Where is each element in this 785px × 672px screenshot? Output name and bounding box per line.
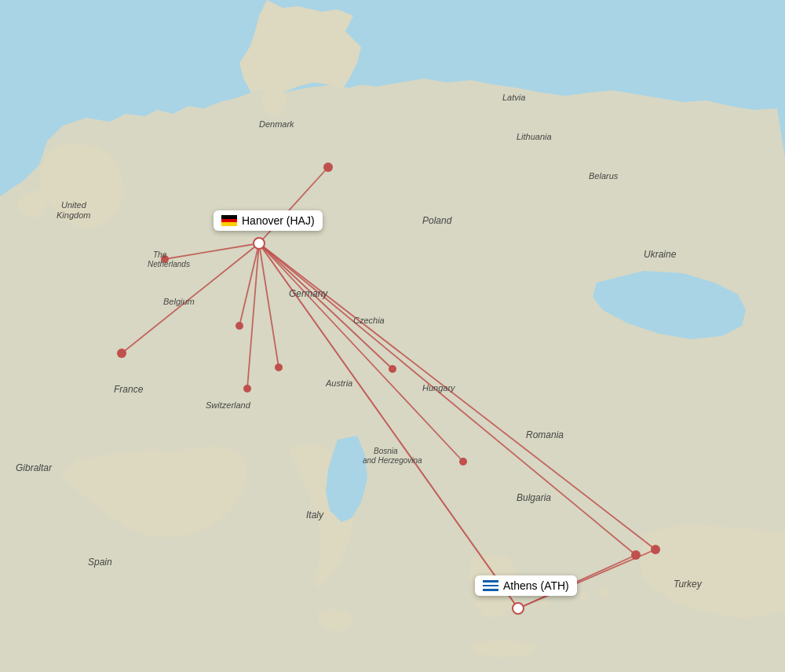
svg-text:France: France xyxy=(114,384,144,395)
svg-point-20 xyxy=(323,163,333,172)
svg-point-26 xyxy=(389,365,396,373)
svg-point-23 xyxy=(236,322,243,330)
svg-text:Austria: Austria xyxy=(325,378,352,388)
svg-point-18 xyxy=(254,238,265,249)
map-container: United Kingdom Denmark Latvia Lithuania … xyxy=(0,0,785,672)
svg-text:Kingdom: Kingdom xyxy=(57,210,90,220)
svg-text:The: The xyxy=(153,250,167,259)
svg-point-22 xyxy=(117,349,126,358)
svg-text:Belgium: Belgium xyxy=(163,297,195,306)
svg-text:Spain: Spain xyxy=(88,557,112,568)
svg-point-19 xyxy=(513,603,524,614)
svg-point-4 xyxy=(542,599,550,607)
svg-text:and Herzegovina: and Herzegovina xyxy=(363,456,422,465)
svg-text:Italy: Italy xyxy=(306,509,324,520)
svg-point-29 xyxy=(651,545,660,554)
svg-text:Netherlands: Netherlands xyxy=(148,260,190,268)
svg-text:Denmark: Denmark xyxy=(259,119,294,129)
svg-point-25 xyxy=(243,385,251,393)
svg-point-27 xyxy=(459,458,467,466)
svg-text:Turkey: Turkey xyxy=(674,579,703,590)
svg-text:Gibraltar: Gibraltar xyxy=(16,462,53,473)
svg-text:Belarus: Belarus xyxy=(589,171,619,181)
svg-text:Poland: Poland xyxy=(422,215,452,226)
svg-text:Bosnia: Bosnia xyxy=(374,447,398,455)
svg-text:Switzerland: Switzerland xyxy=(206,400,251,410)
svg-text:Romania: Romania xyxy=(526,429,564,440)
svg-point-2 xyxy=(580,592,590,601)
svg-text:Latvia: Latvia xyxy=(502,93,525,102)
svg-text:Hungary: Hungary xyxy=(422,383,456,393)
svg-point-3 xyxy=(599,587,610,598)
svg-text:Bulgaria: Bulgaria xyxy=(517,492,551,503)
svg-text:Czechia: Czechia xyxy=(353,316,385,325)
svg-text:Germany: Germany xyxy=(289,288,328,299)
svg-text:United: United xyxy=(61,200,87,210)
svg-point-28 xyxy=(631,550,641,560)
svg-text:Ukraine: Ukraine xyxy=(644,249,677,260)
svg-point-24 xyxy=(275,363,283,371)
svg-text:Lithuania: Lithuania xyxy=(517,132,552,141)
